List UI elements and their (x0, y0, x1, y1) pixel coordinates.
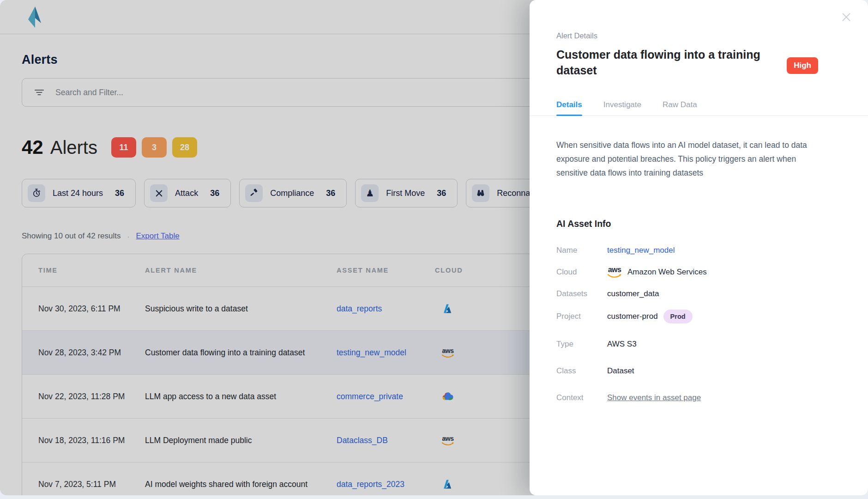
app-window: Alerts 42 Alerts 11 3 28 (0, 0, 868, 499)
field-type: Type AWS S3 (556, 338, 868, 350)
cloud-provider-name: Amazon Web Services (627, 268, 707, 277)
datasets-value: customer_data (607, 289, 659, 298)
alert-title: Customer data flowing into a training da… (556, 47, 773, 78)
panel-eyebrow: Alert Details (556, 31, 868, 40)
field-label: Context (556, 393, 607, 402)
alert-description: When sensitive data flows into an AI mod… (556, 138, 819, 180)
field-label: Datasets (556, 289, 607, 298)
app-card: Alerts 42 Alerts 11 3 28 (0, 0, 868, 495)
field-label: Type (556, 340, 607, 349)
tab-investigate[interactable]: Investigate (603, 100, 641, 110)
close-panel-button[interactable] (840, 11, 852, 23)
field-cloud: Cloud aws Amazon Web Services (556, 266, 868, 278)
project-value: customer-prod (607, 312, 658, 321)
field-label: Project (556, 312, 607, 321)
aws-icon: aws (607, 266, 622, 278)
prod-environment-badge: Prod (663, 310, 693, 323)
asset-info-fields: Name testing_new_model Cloud aws (556, 244, 868, 404)
field-project: Project customer-prod Prod (556, 310, 868, 323)
show-events-link[interactable]: Show events in asset page (607, 393, 701, 402)
field-label: Name (556, 246, 607, 255)
tab-raw-data[interactable]: Raw Data (663, 100, 697, 110)
field-datasets: Datasets customer_data (556, 288, 868, 300)
field-label: Cloud (556, 268, 607, 277)
class-value: Dataset (607, 366, 634, 376)
severity-badge: High (787, 57, 818, 74)
field-name: Name testing_new_model (556, 244, 868, 256)
ai-asset-info-title: AI Asset Info (556, 219, 868, 229)
field-label: Class (556, 366, 607, 376)
alert-details-panel: Alert Details Customer data flowing into… (530, 0, 868, 495)
field-context: Context Show events in asset page (556, 392, 868, 404)
panel-tabs: Details Investigate Raw Data (530, 100, 868, 116)
tab-details[interactable]: Details (556, 100, 582, 110)
type-value: AWS S3 (607, 340, 637, 349)
asset-name-link[interactable]: testing_new_model (607, 246, 675, 255)
field-class: Class Dataset (556, 365, 868, 377)
